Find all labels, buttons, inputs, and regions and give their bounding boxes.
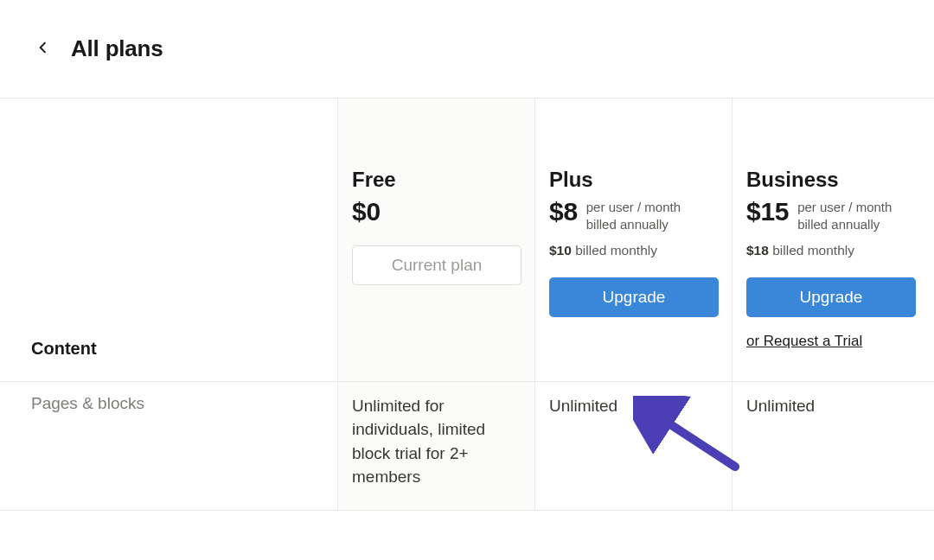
feature-value-business: Unlimited: [732, 381, 934, 511]
plan-column-business: Business $15 per user / month billed ann…: [732, 99, 934, 381]
plan-name: Business: [746, 168, 920, 192]
page-title: All plans: [71, 35, 163, 62]
upgrade-button[interactable]: Upgrade: [746, 277, 916, 317]
plan-monthly: $18 billed monthly: [746, 243, 920, 258]
feature-value-free: Unlimited for individuals, limited block…: [337, 381, 534, 511]
chevron-left-icon: [35, 39, 52, 60]
feature-value-plus: Unlimited: [534, 381, 732, 511]
feature-label: Pages & blocks: [0, 381, 337, 511]
plan-column-plus: Plus $8 per user / month billed annually…: [534, 99, 732, 381]
plan-price-per: per user / month: [797, 199, 892, 216]
plan-name: Plus: [549, 168, 718, 192]
current-plan-button: Current plan: [352, 245, 521, 285]
plan-column-free: Free $0 Current plan: [337, 99, 534, 381]
plan-price: $0: [352, 197, 381, 226]
plan-price-billed: billed annually: [586, 216, 681, 233]
plan-price-per: per user / month: [586, 199, 681, 216]
plan-price: $8: [549, 197, 578, 226]
section-title: Content: [0, 99, 337, 381]
back-button[interactable]: [31, 37, 55, 61]
plan-price: $15: [746, 197, 789, 226]
plan-price-billed: billed annually: [797, 216, 892, 233]
request-trial-link[interactable]: or Request a Trial: [746, 333, 862, 350]
plan-name: Free: [352, 168, 521, 192]
plan-monthly: $10 billed monthly: [549, 243, 718, 258]
upgrade-button[interactable]: Upgrade: [549, 277, 719, 317]
